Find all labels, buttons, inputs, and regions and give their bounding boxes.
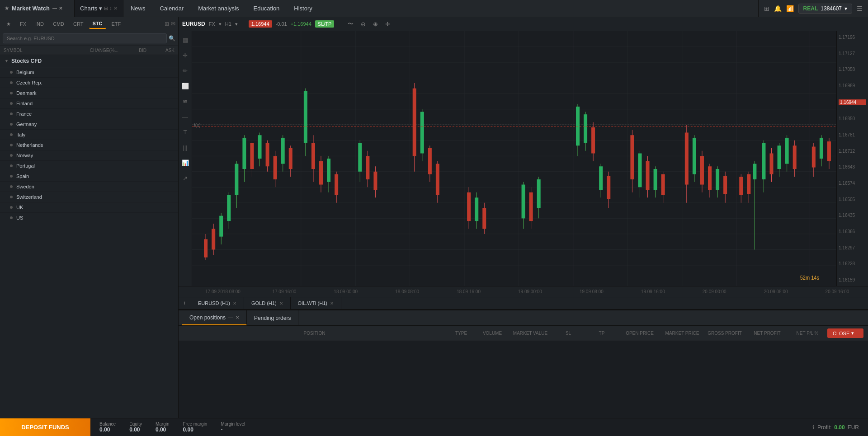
mail-icon[interactable]: ✉ — [171, 21, 175, 27]
svg-rect-18 — [204, 239, 208, 257]
grid-view-icon[interactable]: ⊞ — [165, 21, 169, 27]
price-level: 1.16850 — [839, 116, 866, 121]
price-level: 1.16643 — [839, 164, 866, 169]
close-positions-icon[interactable]: ✕ — [236, 315, 239, 320]
close-all-button[interactable]: CLOSE ▾ — [827, 328, 863, 338]
chart-dropdown-icon[interactable]: ▾ — [219, 21, 222, 27]
bottom-panel: Open positions — ✕ Pending orders POSITI… — [179, 309, 868, 418]
charts-icons: ⊞ ↕ ✕ — [104, 5, 118, 11]
add-chart-tab[interactable]: + — [179, 297, 191, 309]
tab-history[interactable]: History — [287, 0, 319, 17]
close-mw-icon[interactable]: ✕ — [59, 6, 62, 11]
svg-rect-38 — [281, 138, 285, 164]
mw-tab-cmd[interactable]: CMD — [49, 19, 68, 28]
menu-icon[interactable]: ☰ — [857, 5, 863, 12]
tab-education[interactable]: Education — [246, 0, 287, 17]
chart-canvas: f(x) — [192, 31, 836, 286]
plus-tool-icon[interactable]: ✛ — [383, 20, 392, 28]
svg-rect-84 — [576, 107, 580, 145]
list-item[interactable]: Sweden — [0, 182, 178, 192]
timeframe-dropdown-icon[interactable]: ▾ — [235, 21, 238, 27]
account-badge[interactable]: REAL 1384607 ▾ — [798, 4, 852, 14]
mw-tab-crt[interactable]: CRT — [70, 19, 87, 28]
zoom-in-icon[interactable]: ⊕ — [371, 20, 380, 28]
text-icon[interactable]: T — [180, 127, 190, 137]
status-dot — [10, 196, 13, 198]
list-item[interactable]: Italy — [0, 130, 178, 140]
deposit-button[interactable]: DEPOSIT FUNDS — [0, 418, 90, 436]
svg-rect-129 — [778, 145, 781, 169]
svg-rect-121 — [747, 174, 750, 194]
list-item[interactable]: Belgium — [0, 67, 178, 78]
notification-icon[interactable]: 🔔 — [774, 5, 782, 12]
svg-rect-54 — [358, 143, 362, 171]
monitor-icon[interactable]: ⊞ — [764, 5, 769, 12]
mw-tab-stc[interactable]: STC — [89, 19, 106, 29]
pencil-icon[interactable]: ✏ — [180, 66, 190, 75]
margin-item: Margin 0.00 — [156, 422, 170, 433]
svg-rect-101 — [654, 169, 657, 190]
status-dot — [10, 175, 13, 178]
list-item[interactable]: Finland — [0, 98, 178, 109]
tab-open-positions[interactable]: Open positions — ✕ — [182, 310, 247, 325]
tab-market-analysis[interactable]: Market analysis — [191, 0, 246, 17]
time-label: 20.09 16:00 — [807, 289, 868, 294]
search-input[interactable] — [3, 33, 167, 43]
price-level: 1.17058 — [839, 67, 866, 72]
list-item[interactable]: Portugal — [0, 161, 178, 171]
status-dot — [10, 123, 13, 126]
price-scale: 1.17196 1.17127 1.17058 1.16989 1.16944 … — [836, 31, 868, 286]
minimize-positions-icon[interactable]: — — [228, 315, 233, 320]
tab-calendar[interactable]: Calendar — [152, 0, 191, 17]
indicator-icon[interactable]: 📊 — [180, 158, 190, 168]
list-item[interactable]: UK — [0, 202, 178, 213]
tab-charts[interactable]: Charts ▾ ⊞ ↕ ✕ — [75, 0, 123, 17]
svg-rect-108 — [693, 138, 696, 174]
vertical-lines-icon[interactable]: ||| — [180, 142, 190, 152]
close-gold-tab[interactable]: ✕ — [279, 301, 283, 306]
tab-news[interactable]: News — [123, 0, 153, 17]
chart-tab-eurusd[interactable]: EURUSD (H1) ✕ — [191, 297, 244, 309]
search-icon[interactable]: 🔍 — [169, 35, 175, 42]
list-item[interactable]: US — [0, 213, 178, 223]
list-item[interactable]: Netherlands — [0, 140, 178, 150]
svg-rect-103 — [661, 174, 665, 195]
close-oilwti-tab[interactable]: ✕ — [330, 301, 334, 306]
wave-tool-icon[interactable]: 〜 — [346, 19, 355, 29]
list-item[interactable]: Norway — [0, 150, 178, 161]
left-panel: ★ FX IND CMD CRT STC ETF ⊞ ✉ 🔍 SYMBOL CH… — [0, 17, 179, 418]
rectangle-icon[interactable]: ⬜ — [180, 81, 190, 91]
list-item[interactable]: Spain — [0, 171, 178, 182]
chart-tab-gold[interactable]: GOLD (H1) ✕ — [244, 297, 291, 309]
horizontal-line-icon[interactable]: — — [180, 112, 190, 122]
minimize-icon[interactable]: — — [52, 6, 57, 11]
price-level: 1.16712 — [839, 149, 866, 154]
tab-pending-orders[interactable]: Pending orders — [247, 310, 298, 325]
mw-tab-ind[interactable]: IND — [32, 19, 47, 28]
positions-header: POSITION TYPE VOLUME MARKET VALUE SL TP … — [179, 326, 868, 341]
mw-tab-etf[interactable]: ETF — [108, 19, 125, 28]
fib-icon[interactable]: ≋ — [180, 96, 190, 106]
chart-type: FX — [209, 21, 215, 27]
list-item[interactable]: Czech Rep. — [0, 78, 178, 88]
zoom-out-icon[interactable]: ⊖ — [359, 20, 368, 28]
mw-tab-fx[interactable]: FX — [16, 19, 30, 28]
market-watch-title-text: Market Watch — [12, 5, 50, 12]
status-dot — [10, 113, 13, 115]
list-item[interactable]: Germany — [0, 119, 178, 130]
svg-rect-99 — [646, 161, 650, 190]
group-stocks-cfd[interactable]: ▼ Stocks CFD — [0, 55, 178, 67]
bottom-tabs: Open positions — ✕ Pending orders — [179, 310, 868, 326]
mw-tab-fav[interactable]: ★ — [3, 19, 14, 29]
close-eurusd-tab[interactable]: ✕ — [233, 301, 236, 306]
list-item[interactable]: Denmark — [0, 88, 178, 98]
crosshair-icon[interactable]: ✛ — [180, 50, 190, 60]
status-dot — [10, 206, 13, 209]
chart-draw-area: ▦ ✛ ✏ ⬜ ≋ — T ||| 📊 ↗ — [179, 31, 868, 286]
share-icon[interactable]: ↗ — [180, 173, 190, 183]
chart-type-icon[interactable]: ▦ — [180, 35, 190, 45]
chart-tab-oilwti[interactable]: OIL.WTI (H1) ✕ — [291, 297, 341, 309]
list-item[interactable]: Switzerland — [0, 192, 178, 202]
svg-rect-32 — [258, 135, 262, 159]
list-item[interactable]: France — [0, 109, 178, 119]
